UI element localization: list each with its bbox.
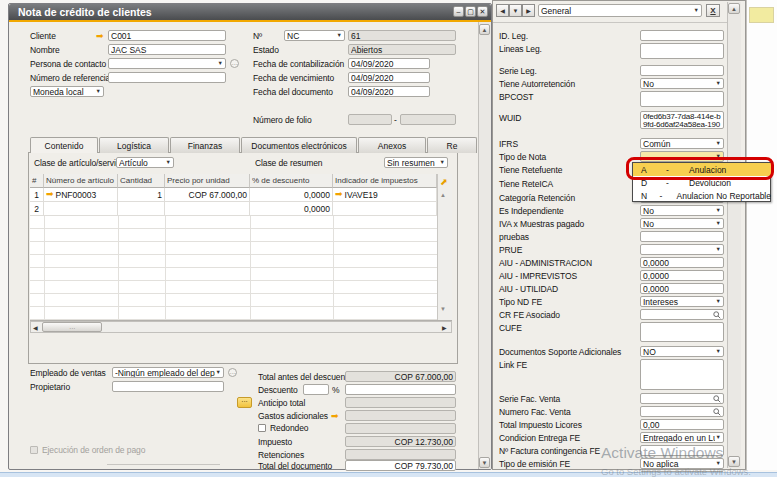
fecha-documento-label: Fecha del documento [253,87,333,98]
referencia-field[interactable] [108,72,226,83]
window-scrollbar[interactable] [478,22,491,469]
contacto-combo[interactable]: ▼ [108,58,226,69]
moneda-combo[interactable]: Moneda local▼ [30,86,104,97]
propietario-field[interactable] [112,381,224,392]
folio-separator: - [394,115,397,126]
descuento-pct-field[interactable] [303,384,329,395]
link-arrow-icon[interactable]: ➡ [96,32,104,41]
udf-field-impuesto-licores[interactable]: 0,00 [640,419,724,430]
category-combo[interactable]: General▼ [538,4,702,17]
udf-field-aiu-administracion[interactable]: 0,0000 [640,257,724,268]
choose-from-list-icon[interactable]: ⋯ [230,59,239,68]
dropdown-option-anulacion[interactable]: A-Anulacion [633,163,771,176]
choose-from-list-icon[interactable]: ⋯ [228,368,237,377]
tab-finanzas[interactable]: Finanzas [170,137,240,153]
udf-field-wuid[interactable]: 0fed6b37-7da8-414e-b9fd-6d6af24a58ea-190… [640,111,724,129]
row2-impuestos[interactable] [333,202,437,216]
hscroll-thumb[interactable]: ⋯ [42,322,102,332]
link-arrow-icon[interactable]: ➡ [331,412,339,421]
col-header-impuestos: Indicador de impuestos [333,174,437,188]
row1-cantidad[interactable]: 1 [118,188,165,202]
table-scroll-up-icon[interactable]: ▲ [440,192,446,198]
window-title: Nota de crédito de clientes [18,6,152,18]
udf-field-link-fe[interactable] [640,359,724,390]
row1-num[interactable]: 1 [30,188,44,202]
udf-field-aiu-utilidad[interactable]: 0,0000 [640,283,724,294]
udf-field-tipo-de-nota[interactable]: ▼ [640,151,724,162]
udf-field-id-leg[interactable] [640,30,724,41]
grid-line [44,216,45,320]
udf-field-cr-fe-asociado[interactable] [640,309,724,320]
udf-field-cufe[interactable] [640,322,724,342]
udf-field-numero-fac-venta[interactable] [640,406,724,417]
panel-scrollbar[interactable] [727,2,741,468]
link-arrow-icon[interactable]: ➡ [46,190,54,199]
link-arrow-icon[interactable]: ➡ [335,190,343,199]
total-documento-field[interactable]: COP 79.730,00 [345,460,456,471]
table-scroll-down-icon[interactable]: ▼ [440,306,446,312]
col-header-cantidad: Cantidad [118,174,165,188]
nav-prev-button[interactable]: ◀ [496,4,509,17]
udf-field-autorretencion[interactable]: No▼ [640,78,724,89]
cliente-field[interactable]: C001 [108,30,226,41]
dropdown-option-devolucion[interactable]: D-Devolucion [633,176,771,189]
udf-field-iva-muestras[interactable]: No▼ [640,218,724,229]
chevron-down-icon: ▼ [440,160,445,166]
udf-field-pruebas[interactable] [640,231,724,242]
maximize-button[interactable]: ▢ [465,6,476,17]
udf-label-ifrs: IFRS [499,139,518,149]
row2-descuento[interactable]: 0,0000 [250,202,333,216]
anticipo-browse-button[interactable]: ... [237,397,252,408]
udf-field-bpcost[interactable] [640,91,724,107]
fecha-documento-field[interactable]: 04/09/2020 [348,86,430,97]
chevron-down-icon: ▼ [694,8,699,14]
row2-articulo[interactable] [44,202,118,216]
fecha-contabilizacion-field[interactable]: 04/09/2020 [348,58,430,69]
empleado-combo[interactable]: -Ningún empleado del depart▼ [112,367,224,378]
row2-cantidad[interactable] [118,202,165,216]
nav-menu-button[interactable]: ▼ [509,4,522,17]
serie-combo[interactable]: NC▼ [284,30,345,41]
redondeo-checkbox[interactable] [258,424,266,432]
udf-field-ifrs[interactable]: Común▼ [640,138,724,149]
hscroll-left-icon[interactable]: ◀ [33,324,38,331]
tab-contenido[interactable]: Contenido [30,137,98,153]
scroll-up-icon[interactable]: ▲ [479,24,490,35]
dropdown-option-anulacion-no-reportable[interactable]: N-Anulacion No Reportable [633,189,771,202]
descuento-field[interactable] [345,384,456,395]
udf-field-aiu-imprevistos[interactable]: 0,0000 [640,270,724,281]
minimize-button[interactable]: – [453,6,464,17]
retenciones-label: Retenciones [258,450,304,461]
row1-precio[interactable]: COP 67.000,00 [165,188,250,202]
nav-next-button[interactable]: ▶ [522,4,535,17]
tab-re[interactable]: Re [427,137,477,153]
udf-field-prue[interactable]: ▼ [640,244,724,255]
udf-field-lineas-leg[interactable] [640,43,724,59]
row2-precio[interactable] [165,202,250,216]
clase-articulo-combo[interactable]: Artículo▼ [116,157,174,168]
udf-field-condicion-entrega[interactable]: Entregado en un Lug▼ [640,432,724,443]
hscroll-right-icon[interactable]: ▶ [442,324,447,331]
close-button[interactable]: ✕ [477,6,488,17]
fecha-vencimiento-field[interactable]: 04/09/2020 [348,72,430,83]
clase-resumen-combo[interactable]: Sin resumen▼ [384,157,448,168]
row2-num[interactable]: 2 [30,202,44,216]
panel-scroll-up-icon[interactable]: ▲ [728,3,740,14]
tab-documentos-electronicos[interactable]: Documentos electrónicos [241,137,357,153]
row1-articulo[interactable]: ➡PNF00003 [44,188,118,202]
folio-field-2 [400,114,456,125]
udf-field-serie-fac-venta[interactable] [640,393,724,404]
panel-close-button[interactable]: X [706,4,720,17]
udf-field-serie-leg[interactable] [640,65,724,76]
anticipo-field [345,397,456,408]
nombre-field[interactable]: JAC SAS [108,44,226,55]
menu-down-icon: ▼ [513,8,519,14]
row1-impuestos[interactable]: ➡IVAVE19 [333,188,437,202]
udf-field-es-independiente[interactable]: No▼ [640,205,724,216]
tab-anexos[interactable]: Anexos [358,137,426,153]
row1-descuento[interactable]: 0,0000 [250,188,333,202]
udf-field-doc-soporte[interactable]: NO▼ [640,346,724,357]
udf-field-tipo-nd-fe[interactable]: Intereses▼ [640,296,724,307]
tab-logistica[interactable]: Logística [99,137,169,153]
scroll-down-icon[interactable]: ▼ [479,457,490,468]
